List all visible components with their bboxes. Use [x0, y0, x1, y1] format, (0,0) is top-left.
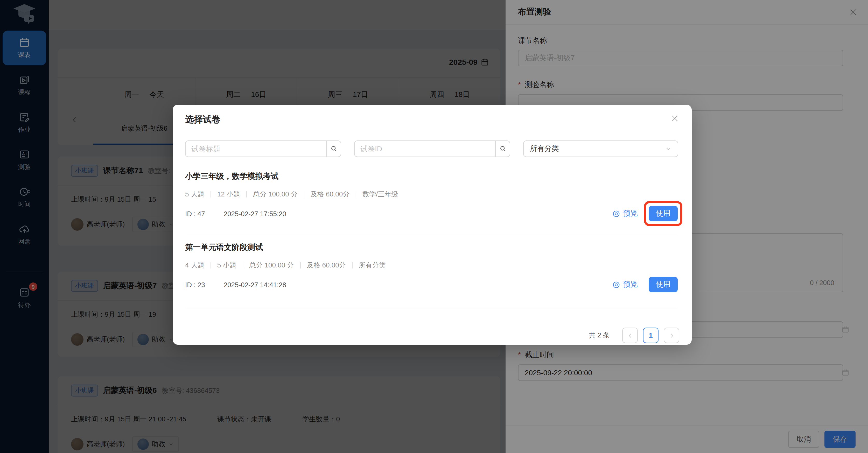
use-paper-button[interactable]: 使用	[649, 277, 678, 292]
app-window: 课表 课程 作业 A	[0, 0, 868, 453]
page-1-button[interactable]: 1	[643, 328, 658, 343]
next-page-button[interactable]	[664, 328, 679, 343]
paper-created-time: 2025-02-27 14:41:28	[224, 281, 286, 288]
search-row: 所有分类	[185, 140, 679, 157]
paper-stats: 4 大题 5 小题 总分 100.00 分 及格 60.00分 所有分类	[185, 262, 678, 269]
total-count: 共 2 条	[589, 331, 610, 340]
modal-close-icon[interactable]	[671, 115, 679, 122]
category-selected-value: 所有分类	[530, 144, 559, 154]
preview-link[interactable]: 预览	[612, 209, 638, 218]
search-button[interactable]	[326, 140, 341, 157]
search-icon	[499, 145, 506, 152]
prev-page-button[interactable]	[622, 328, 638, 343]
paper-id: ID : 23	[185, 281, 205, 288]
annotation-highlight-ring: 使用	[644, 201, 682, 226]
chevron-left-icon	[627, 332, 633, 338]
chevron-right-icon	[669, 332, 674, 338]
paper-id: ID : 47	[185, 209, 205, 218]
chevron-down-icon	[665, 145, 672, 152]
eye-icon	[612, 209, 620, 218]
eye-icon	[612, 281, 620, 288]
preview-link[interactable]: 预览	[612, 280, 638, 289]
paper-title: 第一单元语文阶段测试	[185, 242, 678, 252]
paper-id-search-input[interactable]	[354, 140, 496, 157]
paper-created-time: 2025-02-27 17:55:20	[224, 209, 286, 218]
paper-title: 小学三年级，数学模拟考试	[185, 171, 678, 181]
search-icon	[330, 145, 337, 152]
paper-item: 第一单元语文阶段测试 4 大题 5 小题 总分 100.00 分 及格 60.0…	[185, 236, 678, 308]
pagination: 共 2 条 1	[589, 328, 679, 343]
select-paper-modal: 选择试卷 所有分类	[173, 105, 692, 345]
paper-item: 小学三年级，数学模拟考试 5 大题 12 小题 总分 100.00 分 及格 6…	[185, 165, 678, 236]
paper-title-search-input[interactable]	[185, 140, 327, 157]
category-select[interactable]: 所有分类	[523, 140, 678, 157]
modal-title: 选择试卷	[185, 114, 220, 125]
use-paper-button[interactable]: 使用	[649, 206, 678, 221]
search-button[interactable]	[495, 140, 510, 157]
paper-list: 小学三年级，数学模拟考试 5 大题 12 小题 总分 100.00 分 及格 6…	[185, 165, 678, 308]
paper-stats: 5 大题 12 小题 总分 100.00 分 及格 60.00分 数学/三年级	[185, 191, 678, 198]
